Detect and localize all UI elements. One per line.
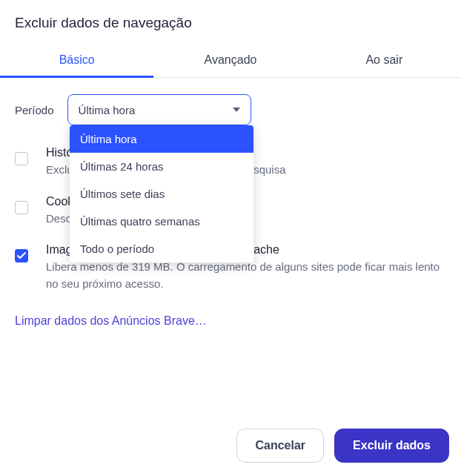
period-option-7-days[interactable]: Últimos sete dias <box>70 180 253 208</box>
confirm-button[interactable]: Excluir dados <box>334 429 449 463</box>
period-select-value: Última hora <box>79 104 233 116</box>
period-option-all-time[interactable]: Todo o período <box>70 235 253 262</box>
checkbox-browsing-history[interactable] <box>15 152 28 165</box>
dialog-title: Excluir dados de navegação <box>0 0 461 44</box>
period-option-last-hour[interactable]: Última hora <box>70 125 253 153</box>
period-option-4-weeks[interactable]: Últimas quatro semanas <box>70 208 253 235</box>
row-subtitle: Libera menos de 319 MB. O carregamento d… <box>46 259 446 292</box>
period-select[interactable]: Última hora <box>67 94 251 125</box>
period-option-24-hours[interactable]: Últimas 24 horas <box>70 153 253 180</box>
cancel-button[interactable]: Cancelar <box>236 429 324 463</box>
tab-basic[interactable]: Básico <box>0 44 153 77</box>
checkbox-cache[interactable] <box>15 249 28 262</box>
tab-advanced[interactable]: Avançado <box>153 44 307 77</box>
dialog-body: Período Última hora Última hora Últimas … <box>0 78 461 328</box>
tabs: Básico Avançado Ao sair <box>0 44 461 78</box>
clear-ads-link[interactable]: Limpar dados dos Anúncios Brave… <box>15 314 207 328</box>
period-dropdown: Última hora Últimas 24 horas Últimos set… <box>70 125 253 262</box>
period-row: Período Última hora <box>15 94 446 125</box>
chevron-down-icon <box>233 108 240 112</box>
tab-onexit[interactable]: Ao sair <box>308 44 461 77</box>
button-row: Cancelar Excluir dados <box>236 429 449 463</box>
period-label: Período <box>15 104 54 116</box>
checkbox-cookies[interactable] <box>15 201 28 214</box>
